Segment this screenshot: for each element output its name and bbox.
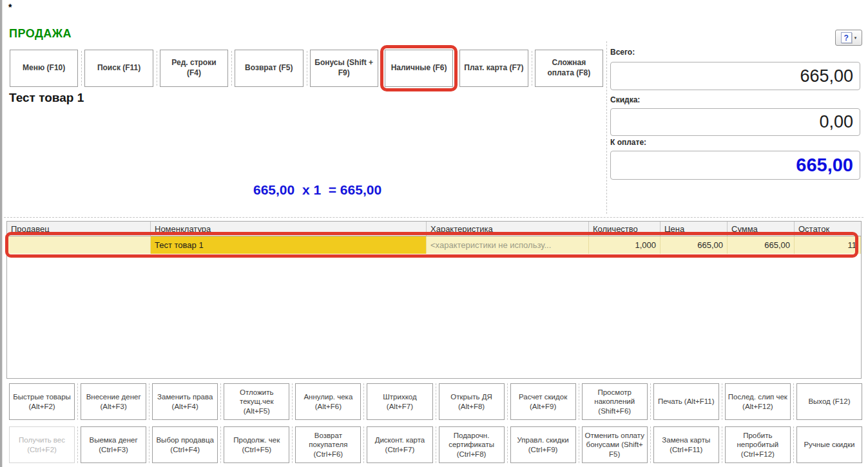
toolbar-slot: Плат. карта (F7)	[459, 50, 528, 87]
action-slot: Штрихкод (Alt+F7)	[367, 383, 432, 420]
page-title: ПРОДАЖА	[9, 27, 72, 41]
calc-discounts-button[interactable]: Расчет скидок (Alt+F9)	[510, 383, 576, 420]
payment-toolbar: Меню (F10) Поиск (F11) Ред. строки (F4) …	[10, 50, 603, 87]
cash-button[interactable]: Наличные (F6)	[385, 50, 453, 87]
column-header-nomenclature[interactable]: Номенклатура	[151, 222, 427, 236]
print-button[interactable]: Печать (Alt+F11)	[653, 383, 719, 420]
barcode-button[interactable]: Штрихкод (Alt+F7)	[367, 383, 432, 420]
modified-indicator: *	[8, 2, 12, 12]
total-label: Всего:	[610, 48, 635, 57]
chevron-down-icon: ▾	[854, 35, 857, 41]
column-header-sum[interactable]: Сумма	[728, 222, 795, 236]
discount-card-button[interactable]: Дисконт. карта (Ctrl+F7)	[367, 426, 432, 463]
manual-discounts-button[interactable]: Ручные скидки	[796, 426, 862, 463]
customer-return-button[interactable]: Возврат покупателя (Ctrl+F6)	[295, 426, 361, 463]
deposit-money-button[interactable]: Внесение денег (Alt+F3)	[81, 383, 146, 420]
column-header-characteristic[interactable]: Характеристика	[427, 222, 589, 236]
help-button[interactable]: ? ▾	[835, 30, 862, 46]
actions-row-2: Получить вес (Ctrl+F2) Выемка денег (Ctr…	[9, 426, 862, 463]
column-header-quantity[interactable]: Количество	[589, 222, 661, 236]
toolbar-slot: Меню (F10)	[10, 50, 78, 87]
cell-sum[interactable]: 665,00	[728, 236, 795, 254]
card-payment-button[interactable]: Плат. карта (F7)	[459, 50, 528, 87]
replace-card-button[interactable]: Замена карты (Ctrl+F11)	[653, 426, 719, 463]
view-savings-button[interactable]: Просмотр накоплений (Shift+F6)	[582, 383, 648, 420]
total-value: 665,00	[800, 66, 853, 86]
action-slot: Ручные скидки	[796, 426, 862, 463]
manage-discounts-button[interactable]: Управл. скидки (Ctrl+F9)	[510, 426, 576, 463]
toolbar-slot: Ред. строки (F4)	[160, 50, 228, 87]
column-header-price[interactable]: Цена	[661, 222, 728, 236]
toolbar-slot-highlighted: Наличные (F6)	[385, 50, 453, 87]
action-slot: Аннулир. чека (Alt+F6)	[295, 383, 361, 420]
window-left-border	[0, 0, 3, 467]
hold-receipt-button[interactable]: Отложить текущ.чек (Alt+F5)	[224, 383, 289, 420]
cell-quantity[interactable]: 1,000	[589, 236, 661, 254]
toolbar-slot: Бонусы (Shift + F9)	[310, 50, 378, 87]
action-slot: Печать (Alt+F11)	[653, 383, 719, 420]
cancel-bonus-payment-button[interactable]: Отменить оплату бонусами (Shift+ F5)	[582, 426, 648, 463]
action-slot: Послед. слип чек (Alt+F12)	[725, 383, 791, 420]
cell-price[interactable]: 665,00	[661, 236, 728, 254]
actions-row-1: Быстрые товары (Alt+F2) Внесение денег (…	[9, 383, 862, 420]
cell-stock[interactable]: 11	[795, 236, 861, 254]
toolbar-slot: Поиск (F11)	[84, 50, 153, 87]
action-slot: Управл. скидки (Ctrl+F9)	[510, 426, 576, 463]
action-slot: Получить вес (Ctrl+F2)	[9, 426, 75, 463]
get-weight-button: Получить вес (Ctrl+F2)	[9, 426, 75, 463]
to-pay-field: 665,00	[610, 151, 860, 180]
action-slot: Внесение денег (Alt+F3)	[81, 383, 146, 420]
column-header-stock[interactable]: Остаток	[795, 222, 861, 236]
quick-goods-button[interactable]: Быстрые товары (Alt+F2)	[9, 383, 75, 420]
help-icon: ?	[841, 32, 852, 43]
current-product-name: Тест товар 1	[9, 91, 84, 105]
action-slot: Просмотр накоплений (Shift+F6)	[582, 383, 648, 420]
menu-button[interactable]: Меню (F10)	[10, 50, 78, 87]
table-header: Продавец Номенклатура Характеристика Кол…	[7, 222, 861, 236]
horizontal-dashed-separator	[4, 217, 863, 218]
cell-seller[interactable]	[7, 236, 151, 254]
cell-characteristic[interactable]: <характеристики не использу...	[427, 236, 589, 254]
total-field: 665,00	[610, 62, 860, 90]
action-slot: Заменить права (Alt+F4)	[152, 383, 218, 420]
void-receipt-button[interactable]: Аннулир. чека (Alt+F6)	[295, 383, 361, 420]
edit-row-button[interactable]: Ред. строки (F4)	[160, 50, 228, 87]
action-slot: Выемка денег (Ctrl+F3)	[81, 426, 146, 463]
action-slot: Быстрые товары (Alt+F2)	[9, 383, 75, 420]
return-button[interactable]: Возврат (F5)	[235, 50, 303, 87]
punch-unpunched-button[interactable]: Пробить непробитый (Ctrl+F12)	[725, 426, 791, 463]
action-slot: Выход (F12)	[796, 383, 862, 420]
action-slot: Замена карты (Ctrl+F11)	[653, 426, 719, 463]
change-rights-button[interactable]: Заменить права (Alt+F4)	[152, 383, 218, 420]
column-header-seller[interactable]: Продавец	[7, 222, 151, 236]
select-seller-button[interactable]: Выбор продавца (Ctrl+F4)	[152, 426, 218, 463]
table-row[interactable]: Тест товар 1 <характеристики не использу…	[7, 236, 861, 254]
toolbar-slot: Возврат (F5)	[235, 50, 303, 87]
vertical-dashed-separator	[606, 41, 607, 214]
complex-payment-button[interactable]: Сложная оплата (F8)	[535, 50, 603, 87]
action-slot: Продолж. чек (Ctrl+F5)	[224, 426, 289, 463]
action-slot: Выбор продавца (Ctrl+F4)	[152, 426, 218, 463]
discount-value: 0,00	[819, 112, 853, 132]
last-slip-button[interactable]: Послед. слип чек (Alt+F12)	[725, 383, 791, 420]
cell-nomenclature[interactable]: Тест товар 1	[151, 236, 427, 254]
search-button[interactable]: Поиск (F11)	[84, 50, 153, 87]
action-slot: Подарочн. сертификаты (Ctrl+F8)	[439, 426, 505, 463]
price-calc-line: 665,00 x 1 = 665,00	[253, 182, 381, 198]
gift-certificates-button[interactable]: Подарочн. сертификаты (Ctrl+F8)	[439, 426, 505, 463]
discount-field: 0,00	[610, 108, 860, 136]
toolbar-slot: Сложная оплата (F8)	[535, 50, 603, 87]
to-pay-label: К оплате:	[610, 138, 646, 147]
withdraw-money-button[interactable]: Выемка денег (Ctrl+F3)	[81, 426, 146, 463]
action-slot: Открыть ДЯ (Alt+F8)	[439, 383, 505, 420]
continue-receipt-button[interactable]: Продолж. чек (Ctrl+F5)	[224, 426, 289, 463]
action-slot: Дисконт. карта (Ctrl+F7)	[367, 426, 432, 463]
action-slot: Отложить текущ.чек (Alt+F5)	[224, 383, 289, 420]
exit-button[interactable]: Выход (F12)	[796, 383, 862, 420]
action-slot: Отменить оплату бонусами (Shift+ F5)	[582, 426, 648, 463]
open-drawer-button[interactable]: Открыть ДЯ (Alt+F8)	[439, 383, 505, 420]
to-pay-value: 665,00	[796, 155, 853, 176]
receipt-table: Продавец Номенклатура Характеристика Кол…	[6, 221, 862, 379]
bonuses-button[interactable]: Бонусы (Shift + F9)	[310, 50, 378, 87]
action-slot: Возврат покупателя (Ctrl+F6)	[295, 426, 361, 463]
